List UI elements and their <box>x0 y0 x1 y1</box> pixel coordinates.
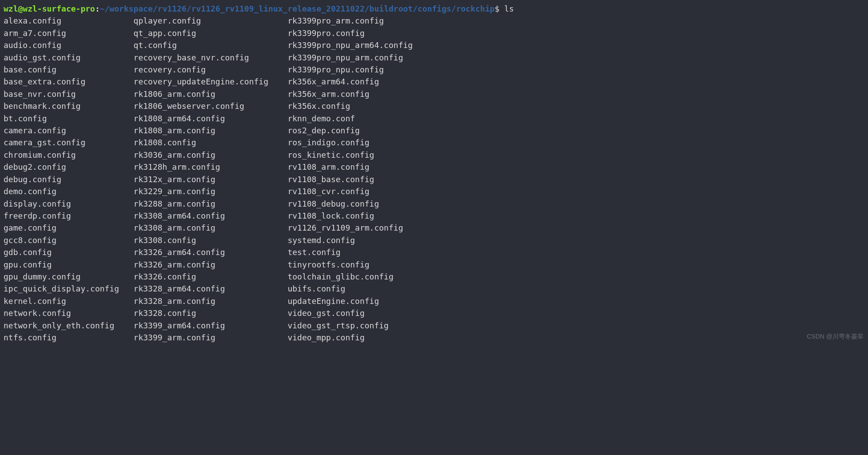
terminal-prompt[interactable]: wzl@wzl-surface-pro:~/workspace/rv1126/r… <box>4 3 864 15</box>
ls-row: gpu.config rk3326_arm.config tinyrootfs.… <box>4 259 864 271</box>
ls-row: display.config rk3288_arm.config rv1108_… <box>4 198 864 210</box>
ls-row: audio.config qt.config rk3399pro_npu_arm… <box>4 39 864 51</box>
ls-row: gdb.config rk3326_arm64.config test.conf… <box>4 246 864 258</box>
ls-row: gpu_dummy.config rk3326.config toolchain… <box>4 271 864 283</box>
ls-row: network_only_eth.config rk3399_arm64.con… <box>4 319 864 331</box>
ls-row: ntfs.config rk3399_arm.config video_mpp.… <box>4 331 864 343</box>
ls-row: camera.config rk1808_arm.config ros2_dep… <box>4 124 864 136</box>
ls-row: base.config recovery.config rk3399pro_np… <box>4 64 864 76</box>
prompt-colon: : <box>95 4 100 13</box>
ls-row: network.config rk3328.config video_gst.c… <box>4 307 864 319</box>
user-host: wzl@wzl-surface-pro <box>4 4 95 13</box>
watermark: CSDN @川弯冬菱草 <box>807 331 864 343</box>
ls-row: base_nvr.config rk1806_arm.config rk356x… <box>4 88 864 100</box>
ls-row: arm_a7.config qt_app.config rk3399pro.co… <box>4 27 864 39</box>
cwd-path: ~/workspace/rv1126/rv1126_rv1109_linux_r… <box>100 4 495 13</box>
ls-row: camera_gst.config rk1808.config ros_indi… <box>4 136 864 148</box>
ls-row: ipc_quick_display.config rk3328_arm64.co… <box>4 283 864 295</box>
ls-row: kernel.config rk3328_arm.config updateEn… <box>4 295 864 307</box>
command-input[interactable]: ls <box>504 4 514 13</box>
ls-row: base_extra.config recovery_updateEngine.… <box>4 76 864 88</box>
ls-row: chromium.config rk3036_arm.config ros_ki… <box>4 149 864 161</box>
ls-row: benchmark.config rk1806_webserver.config… <box>4 100 864 112</box>
ls-row: freerdp.config rk3308_arm64.config rv110… <box>4 210 864 222</box>
ls-row: debug2.config rk3128h_arm.config rv1108_… <box>4 161 864 173</box>
ls-row: debug.config rk312x_arm.config rv1108_ba… <box>4 173 864 185</box>
prompt-dollar: $ <box>494 4 504 13</box>
ls-row: gcc8.config rk3308.config systemd.config <box>4 234 864 246</box>
ls-row: bt.config rk1808_arm64.config rknn_demo.… <box>4 112 864 124</box>
ls-row: alexa.config qplayer.config rk3399pro_ar… <box>4 15 864 27</box>
ls-row: audio_gst.config recovery_base_nvr.confi… <box>4 52 864 64</box>
ls-row: demo.config rk3229_arm.config rv1108_cvr… <box>4 185 864 197</box>
ls-output: alexa.config qplayer.config rk3399pro_ar… <box>4 15 864 343</box>
ls-row: game.config rk3308_arm.config rv1126_rv1… <box>4 222 864 234</box>
